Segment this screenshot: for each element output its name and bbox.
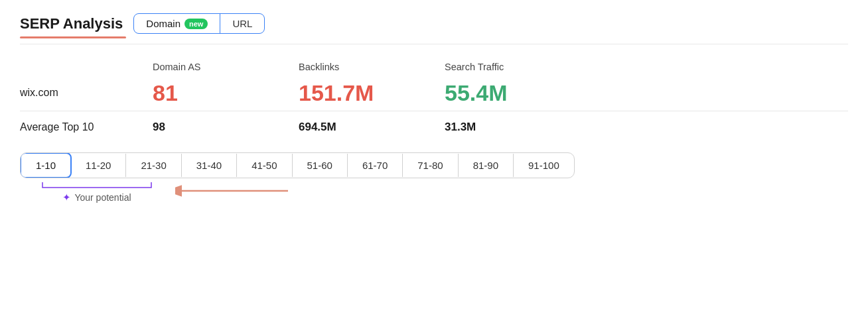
table-row: Average Top 10 98 694.5M 31.3M bbox=[20, 111, 848, 141]
row-avg-name: Average Top 10 bbox=[20, 111, 153, 141]
divider bbox=[20, 44, 848, 44]
range-tabs-wrapper: 1-10 11-20 21-30 31-40 41-50 51-60 61-70… bbox=[20, 152, 848, 203]
wix-traffic: 55.4M bbox=[445, 80, 508, 105]
tab-domain[interactable]: Domain new bbox=[134, 14, 220, 33]
range-tab-31-40[interactable]: 31-40 bbox=[182, 154, 237, 177]
tab-underline bbox=[20, 36, 126, 38]
range-tab-11-20[interactable]: 11-20 bbox=[71, 154, 126, 177]
tab-underline-container bbox=[20, 36, 848, 38]
col-name-header bbox=[20, 58, 153, 79]
tab-group: Domain new URL bbox=[133, 13, 265, 34]
tab-url-label: URL bbox=[232, 18, 252, 29]
arrow-right-icon bbox=[175, 182, 295, 203]
new-badge: new bbox=[184, 19, 208, 29]
col-domain-as-header: Domain AS bbox=[153, 58, 299, 79]
tab-url[interactable]: URL bbox=[220, 14, 264, 33]
range-tab-21-30[interactable]: 21-30 bbox=[126, 154, 181, 177]
col-traffic-header: Search Traffic bbox=[445, 58, 848, 79]
range-tab-41-50[interactable]: 41-50 bbox=[237, 154, 292, 177]
wix-backlinks: 151.7M bbox=[299, 80, 374, 105]
sparkle-icon: ✦ bbox=[62, 192, 71, 203]
wix-domain-as: 81 bbox=[153, 80, 178, 105]
range-tab-81-90[interactable]: 81-90 bbox=[459, 154, 514, 177]
bracket-label: ✦ Your potential bbox=[31, 181, 163, 203]
row-domain-name: wix.com bbox=[20, 79, 153, 111]
potential-row: ✦ Your potential bbox=[20, 181, 848, 203]
range-tab-61-70[interactable]: 61-70 bbox=[348, 154, 403, 177]
potential-text-label: Your potential bbox=[74, 192, 131, 203]
range-tab-71-80[interactable]: 71-80 bbox=[403, 154, 458, 177]
range-tab-91-100[interactable]: 91-100 bbox=[514, 154, 574, 177]
table-row: wix.com 81 151.7M 55.4M bbox=[20, 79, 848, 111]
range-tab-51-60[interactable]: 51-60 bbox=[293, 154, 348, 177]
bracket-svg bbox=[31, 181, 163, 190]
avg-traffic: 31.3M bbox=[445, 121, 476, 133]
avg-domain-as: 98 bbox=[153, 121, 165, 133]
arrow-svg bbox=[175, 182, 295, 200]
page-title: SERP Analysis bbox=[20, 15, 123, 32]
col-backlinks-header: Backlinks bbox=[299, 58, 445, 79]
range-tab-1-10[interactable]: 1-10 bbox=[20, 152, 72, 178]
avg-backlinks: 694.5M bbox=[299, 121, 336, 133]
tab-domain-label: Domain bbox=[146, 18, 181, 29]
potential-label: ✦ Your potential bbox=[62, 192, 131, 203]
range-tabs: 1-10 11-20 21-30 31-40 41-50 51-60 61-70… bbox=[20, 152, 575, 178]
stats-table: Domain AS Backlinks Search Traffic wix.c… bbox=[20, 58, 848, 140]
header: SERP Analysis Domain new URL bbox=[20, 13, 848, 34]
